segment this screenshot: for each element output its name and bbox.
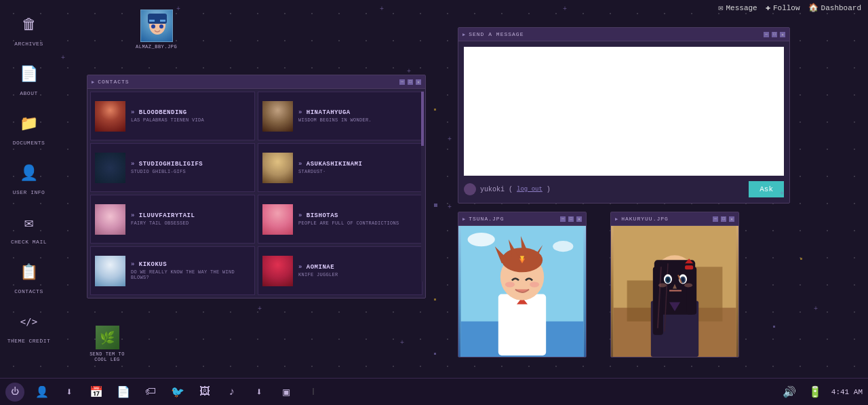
contacts-scroll-thumb[interactable] (421, 92, 424, 146)
contact-name-iluuvfairytail: ILUUVFAIRYTAIL (131, 212, 250, 219)
dashboard-link[interactable]: 🏠 Dashboard (808, 3, 861, 13)
tsuna-minimize-button[interactable]: ─ (560, 216, 566, 222)
tsuna-maximize-button[interactable]: □ (568, 216, 574, 222)
tsuna-window-title-text: TSUNA.JPG (469, 216, 504, 222)
contacts-window: CONTACTS ─ □ ✕ BLOODBENDING LAS PALABRAS… (87, 75, 426, 298)
svg-rect-25 (627, 280, 654, 321)
archives-icon: 🗑 (16, 11, 43, 38)
contact-info-asukashikinami: ASUKASHIKINAMI STARDUST· (298, 161, 418, 174)
taskbar-download2-icon[interactable]: ⬇ (250, 383, 269, 402)
contact-item-asukashikinami[interactable]: ASUKASHIKINAMI STARDUST· (258, 143, 422, 192)
taskbar-download-icon[interactable]: ⬇ (60, 383, 79, 402)
svg-rect-1 (148, 14, 167, 24)
sidebar-item-themecredit[interactable]: </> Theme Credit (3, 304, 55, 348)
contact-name-studioghibligifs: STUDIOGHIBLIGIFS (131, 161, 250, 168)
ask-button[interactable]: Ask (749, 181, 784, 197)
contact-item-aominae[interactable]: AOMINAE KNIFE JUGGLER (258, 246, 422, 295)
sidebar-item-documents[interactable]: 📁 Documents (9, 106, 50, 150)
message-logout-link[interactable]: log out (517, 186, 542, 193)
contact-info-kikokus: KIKOKUS DO WE REALLY KNOW THE WAY THE WI… (131, 261, 250, 280)
almaz-desktop-icon[interactable]: ALMAZ_BBY.JPG (136, 9, 177, 50)
contact-desc-asukashikinami: STARDUST· (298, 169, 418, 174)
deco-plus-5: + (407, 68, 411, 75)
contacts-maximize-button[interactable]: □ (408, 79, 413, 85)
message-textarea[interactable] (464, 47, 784, 176)
contact-item-iluuvfairytail[interactable]: ILUUVFAIRYTAIL FAIRY TAIL OBSESSED (90, 195, 255, 244)
taskbar-tag-icon[interactable]: 🏷 (141, 383, 160, 402)
almaz-label: ALMAZ_BBY.JPG (136, 44, 177, 50)
taskbar-power-button[interactable]: ⏻ (5, 383, 24, 402)
send-tem-desktop-icon[interactable]: 🌿 SEND TEM TO COOL LEG (87, 326, 127, 362)
taskbar-image-icon[interactable]: 🖼 (195, 383, 214, 402)
taskbar-app-icon[interactable]: ▣ (277, 383, 296, 402)
contact-info-bishotas: BISHOTAS PEOPLE ARE FULL OF CONTRADICTIO… (298, 212, 418, 226)
hakuryuu-titlebar: HAKURYUU.JPG ─ □ ✕ (611, 212, 738, 226)
sidebar-item-contacts[interactable]: 📋 Contacts (10, 254, 47, 298)
contact-avatar-img-asukashikinami (262, 153, 293, 183)
themecredit-icon: </> (15, 308, 42, 335)
contact-name-aominae: AOMINAE (298, 264, 418, 271)
taskbar-user-icon[interactable]: 👤 (33, 383, 52, 402)
contacts-close-button[interactable]: ✕ (416, 79, 421, 85)
deco-dot-2 (434, 298, 436, 301)
tsuna-close-button[interactable]: ✕ (576, 216, 582, 222)
deco-dot-1 (434, 109, 436, 111)
sidebar-item-checkmail[interactable]: ✉ Check Mail (7, 205, 51, 249)
message-titlebar: SEND A MESSAGE ─ □ ✕ (458, 28, 789, 41)
hakuryuu-svg (611, 226, 738, 357)
message-content: yukoki ( log out ) Ask (458, 41, 789, 203)
follow-link[interactable]: ✚ Follow (766, 3, 800, 13)
contact-item-studioghibligifs[interactable]: STUDIOGHIBLIGIFS STUDIO GHIBLI-GIFS (90, 143, 255, 192)
message-maximize-button[interactable]: □ (772, 32, 777, 37)
deco-plus-8: + (258, 305, 262, 313)
taskbar-music-icon[interactable]: ♪ (222, 383, 241, 402)
contact-avatar-img-bishotas (262, 204, 293, 235)
message-user-avatar (464, 183, 476, 195)
contact-name-hinatahyuga: HINATAHYUGA (298, 109, 418, 116)
contact-item-bishotas[interactable]: BISHOTAS PEOPLE ARE FULL OF CONTRADICTIO… (258, 195, 422, 244)
taskbar-battery-icon[interactable]: 🔋 (806, 383, 825, 402)
contact-avatar-asukashikinami (262, 153, 293, 183)
almaz-character (141, 10, 172, 41)
message-link[interactable]: ✉ Message (718, 3, 757, 13)
contact-item-hinatahyuga[interactable]: HINATAHYUGA WISDOM BEGINS IN WONDER. (258, 92, 422, 140)
hakuryuu-maximize-button[interactable]: □ (721, 216, 726, 222)
deco-plus-3: + (563, 5, 567, 13)
archives-label: Archives (14, 41, 43, 47)
contact-avatar-aominae (262, 256, 293, 286)
send-tem-label: SEND TEM TO COOL LEG (87, 351, 127, 362)
hakuryuu-minimize-button[interactable]: ─ (713, 216, 718, 222)
contact-avatar-hinatahyuga (262, 101, 293, 132)
taskbar-volume-icon[interactable]: 🔊 (780, 383, 799, 402)
sidebar-item-archives[interactable]: 🗑 Archives (10, 7, 47, 51)
contact-info-iluuvfairytail: ILUUVFAIRYTAIL FAIRY TAIL OBSESSED (131, 212, 250, 226)
message-label: Message (726, 4, 757, 12)
taskbar-twitter-icon[interactable]: 🐦 (168, 383, 187, 402)
message-minimize-button[interactable]: ─ (764, 32, 769, 37)
contacts-label: Contacts (14, 288, 43, 294)
message-username: yukoki (480, 186, 505, 193)
hakuryuu-window-controls: ─ □ ✕ (713, 216, 734, 222)
svg-rect-30 (686, 267, 696, 314)
contacts-minimize-button[interactable]: ─ (399, 79, 405, 85)
contact-avatar-img-bloodbending (95, 101, 125, 132)
message-close-button[interactable]: ✕ (780, 32, 785, 37)
contact-info-studioghibligifs: STUDIOGHIBLIGIFS STUDIO GHIBLI-GIFS (131, 161, 250, 174)
contact-item-kikokus[interactable]: KIKOKUS DO WE REALLY KNOW THE WAY THE WI… (90, 246, 255, 295)
hakuryuu-close-button[interactable]: ✕ (729, 216, 734, 222)
taskbar-calendar-icon[interactable]: 📅 (87, 383, 106, 402)
svg-point-44 (658, 283, 667, 287)
taskbar-document-icon[interactable]: 📄 (114, 383, 133, 402)
hakuryuu-window-title-text: HAKURYUU.JPG (621, 216, 669, 222)
hakuryuu-image-content (611, 226, 738, 357)
sidebar-item-userinfo[interactable]: 👤 User Info (9, 155, 50, 199)
about-icon: 📄 (16, 60, 43, 88)
contacts-scrollbar[interactable] (421, 92, 424, 282)
taskbar-time: 4:41 AM (831, 388, 863, 396)
sidebar-item-about[interactable]: 📄 About (12, 56, 47, 100)
message-paren-close: ) (547, 186, 551, 193)
svg-point-9 (553, 241, 573, 252)
deco-plus-10: + (780, 190, 784, 197)
contact-item-bloodbending[interactable]: BLOODBENDING LAS PALABRAS TIENEN VIDA (90, 92, 255, 140)
contact-info-hinatahyuga: HINATAHYUGA WISDOM BEGINS IN WONDER. (298, 109, 418, 123)
